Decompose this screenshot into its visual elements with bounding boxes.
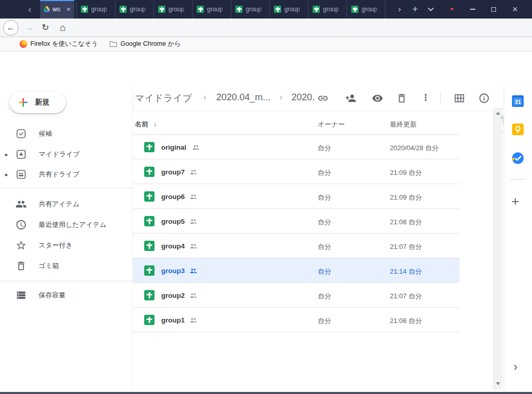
back-icon: ← bbox=[7, 23, 15, 32]
chevron-right-icon: › bbox=[398, 5, 401, 14]
google-keep-icon[interactable] bbox=[511, 122, 525, 136]
grid-view-icon[interactable] bbox=[454, 93, 465, 104]
sheets-icon bbox=[81, 6, 88, 13]
approvals-icon bbox=[15, 128, 27, 139]
file-row-group3-selected[interactable]: group3 自分 21:14 自分 bbox=[133, 258, 459, 283]
file-row-original[interactable]: original 自分 2020/04/28 自分 bbox=[133, 135, 459, 159]
scroll-down-icon[interactable] bbox=[496, 382, 500, 385]
file-row-group7[interactable]: group7 自分 21:09 自分 bbox=[133, 159, 459, 184]
shared-with-me-icon bbox=[15, 199, 27, 210]
breadcrumb-folder-parent[interactable]: 2020.04_m... bbox=[216, 92, 270, 103]
tab-label: group bbox=[284, 6, 304, 13]
sidebar-item-trash[interactable]: ゴミ箱 bbox=[0, 256, 132, 276]
tab-group-7[interactable]: group bbox=[308, 0, 347, 19]
new-tab-button[interactable]: + bbox=[408, 0, 422, 19]
tab-label: group bbox=[130, 6, 149, 13]
file-modified: 21:09 自分 bbox=[390, 193, 422, 202]
notification-dot bbox=[451, 8, 453, 10]
reload-button[interactable]: ↻ bbox=[39, 19, 52, 37]
delete-icon[interactable] bbox=[396, 93, 407, 104]
chevron-down-icon bbox=[428, 8, 434, 11]
sidebar-item-starred[interactable]: スター付き bbox=[0, 235, 132, 256]
expander-icon[interactable]: ▸ bbox=[5, 171, 8, 178]
sidebar-item-label: 候補 bbox=[39, 129, 52, 138]
file-row-group1[interactable]: group1 自分 21:06 自分 bbox=[133, 308, 459, 332]
shared-people-icon bbox=[190, 267, 197, 274]
preview-eye-icon[interactable] bbox=[372, 93, 383, 104]
file-name: original bbox=[161, 144, 186, 151]
bookmark-label: Google Chrome から bbox=[121, 40, 181, 48]
get-link-icon[interactable] bbox=[317, 93, 329, 104]
sort-descending-icon[interactable]: ↓ bbox=[153, 120, 157, 128]
tab-group-4[interactable]: group bbox=[192, 0, 231, 19]
trash-icon bbox=[15, 260, 27, 272]
tab-drive-active[interactable]: wo × bbox=[40, 0, 74, 19]
tab-bar: ‹ wo × group group group group group gro… bbox=[0, 0, 532, 19]
tab-scroll-left-button[interactable]: ‹ bbox=[24, 0, 36, 19]
tab-group-8[interactable]: group bbox=[347, 0, 385, 19]
close-icon: × bbox=[512, 4, 518, 15]
info-icon[interactable] bbox=[478, 93, 490, 104]
google-tasks-icon[interactable] bbox=[511, 151, 525, 165]
bookmark-folder-chrome[interactable]: Google Chrome から bbox=[109, 40, 181, 48]
google-calendar-icon[interactable]: 31 bbox=[511, 94, 525, 108]
all-tabs-dropdown-button[interactable] bbox=[424, 0, 437, 19]
file-owner: 自分 bbox=[318, 292, 331, 301]
sidebar-item-label: ゴミ箱 bbox=[39, 261, 59, 271]
window-bottom-border bbox=[0, 392, 532, 394]
forward-button[interactable]: → bbox=[24, 19, 36, 37]
rail-expand-button[interactable]: › bbox=[513, 360, 518, 374]
tab-label: group bbox=[168, 6, 188, 13]
sidebar-item-my-drive[interactable]: ▸ マイドライブ bbox=[0, 144, 132, 165]
more-actions-icon[interactable]: ⋮ bbox=[421, 92, 430, 103]
drive-header: ドライブ ECCS2016 Information Technology Cen… bbox=[0, 51, 532, 85]
window-maximize-button[interactable] bbox=[487, 0, 500, 19]
shared-drives-icon bbox=[15, 169, 27, 180]
new-button-label: 新規 bbox=[35, 98, 49, 107]
tab-group-1[interactable]: group bbox=[76, 0, 115, 19]
file-row-group2[interactable]: group2 自分 21:07 自分 bbox=[133, 283, 459, 308]
sidebar-item-recent[interactable]: 最近使用したアイテム bbox=[0, 214, 132, 235]
sidebar-item-shared-drives[interactable]: ▸ 共有ドライブ bbox=[0, 164, 132, 185]
file-name: group2 bbox=[161, 292, 185, 299]
breadcrumb-chevron-icon: › bbox=[203, 93, 206, 102]
tab-group-5[interactable]: group bbox=[231, 0, 269, 19]
sidebar-item-priority[interactable]: 候補 bbox=[0, 123, 132, 144]
file-row-group5[interactable]: group5 自分 21:08 自分 bbox=[133, 209, 459, 234]
tab-overflow-button[interactable]: › bbox=[393, 0, 406, 19]
sheets-file-icon bbox=[144, 191, 155, 202]
back-button[interactable]: ← bbox=[3, 20, 19, 35]
new-button[interactable]: 新規 bbox=[9, 92, 66, 113]
file-modified: 21:06 自分 bbox=[390, 316, 422, 326]
breadcrumb-folder-current[interactable]: 2020. bbox=[291, 92, 315, 103]
tab-label: group bbox=[246, 6, 265, 13]
sheets-file-icon bbox=[144, 290, 155, 300]
tab-group-6[interactable]: group bbox=[269, 0, 308, 19]
scroll-up-icon[interactable] bbox=[496, 112, 500, 115]
rail-add-button[interactable]: + bbox=[511, 193, 519, 209]
sidebar-item-label: 最近使用したアイテム bbox=[39, 220, 107, 229]
vertical-scrollbar[interactable] bbox=[493, 108, 502, 389]
tab-group-3[interactable]: group bbox=[153, 0, 192, 19]
breadcrumb-my-drive[interactable]: マイドライブ bbox=[135, 92, 192, 104]
rail-divider bbox=[510, 179, 525, 180]
window-minimize-button[interactable] bbox=[466, 0, 479, 19]
sheets-file-icon bbox=[144, 315, 155, 325]
window-close-button[interactable]: × bbox=[508, 0, 522, 19]
sidebar-divider bbox=[0, 188, 133, 188]
file-row-group4[interactable]: group4 自分 21:07 自分 bbox=[133, 234, 459, 258]
expander-icon[interactable]: ▸ bbox=[5, 151, 8, 158]
home-button[interactable]: ⌂ bbox=[57, 19, 69, 37]
sidebar-item-storage[interactable]: 保存容量 bbox=[0, 285, 132, 306]
sheets-file-icon bbox=[144, 265, 155, 276]
bookmark-item-firefox[interactable]: Firefox を使いこなそう bbox=[20, 40, 98, 48]
drive-sidebar: 新規 候補 ▸ マイドライブ ▸ 共有ドライブ 共有アイテム 最近使用したアイテ… bbox=[0, 85, 133, 394]
tab-group-2[interactable]: group bbox=[115, 0, 153, 19]
file-row-group6[interactable]: group6 自分 21:09 自分 bbox=[133, 184, 459, 209]
share-person-add-icon[interactable] bbox=[345, 93, 356, 104]
sidebar-item-shared-with-me[interactable]: 共有アイテム bbox=[0, 194, 132, 214]
column-header-modified: 最終更新 bbox=[390, 120, 417, 129]
column-header-name[interactable]: 名前 bbox=[135, 120, 148, 129]
tab-close-icon[interactable]: × bbox=[66, 6, 71, 13]
shared-people-icon bbox=[190, 218, 197, 225]
